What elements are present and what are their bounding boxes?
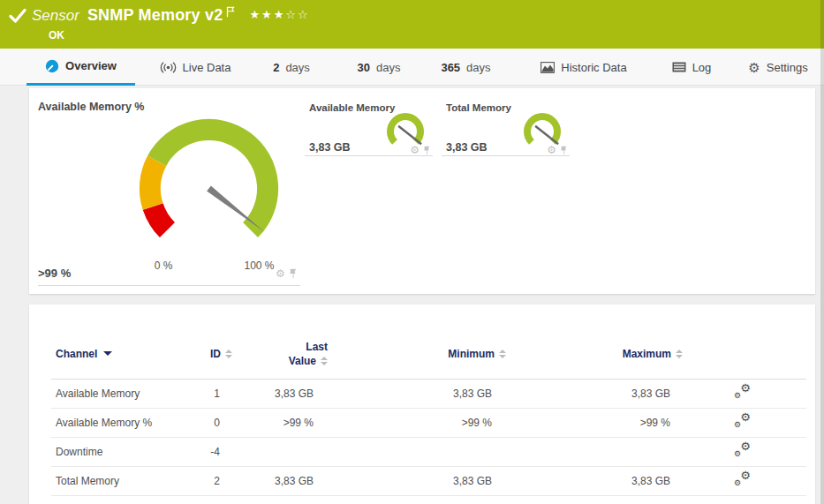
channel-table: Channel ID Last Value Minimum Maximum — [51, 329, 806, 496]
channel-minimum: 3,83 GB — [329, 466, 506, 495]
channel-maximum: 3,83 GB — [506, 379, 683, 408]
channel-settings-icon[interactable]: ⚙⚙ — [734, 385, 751, 399]
channel-maximum: 3,83 GB — [506, 466, 683, 495]
page-title: SNMP Memory v2 — [87, 6, 223, 25]
main-gauge-value: >99 % — [38, 267, 71, 280]
sort-toggle-icon — [225, 350, 232, 358]
channel-maximum — [506, 437, 683, 466]
vertical-scrollbar[interactable] — [820, 0, 824, 504]
tab-live-data[interactable]: Live Data — [148, 49, 242, 86]
column-header-maximum[interactable]: Maximum — [506, 329, 683, 379]
sort-desc-icon — [103, 351, 112, 356]
channel-settings-icon[interactable]: ⚙⚙ — [734, 443, 751, 457]
live-signal-icon — [160, 62, 177, 73]
log-list-icon — [672, 62, 686, 72]
pin-icon[interactable] — [289, 268, 298, 279]
column-header-last-value[interactable]: Last Value — [232, 329, 329, 379]
tab-365-days-number: 365 — [441, 61, 460, 74]
tab-overview[interactable]: Overview — [26, 49, 135, 86]
column-header-minimum[interactable]: Minimum — [329, 329, 506, 379]
tab-30-days[interactable]: 30 days — [344, 49, 413, 86]
channel-table-panel: Channel ID Last Value Minimum Maximum — [29, 305, 815, 504]
channel-settings-icon[interactable]: ⚙⚙ — [734, 414, 751, 428]
gauge-settings-gear-icon[interactable]: ⚙ — [276, 268, 285, 279]
column-header-id[interactable]: ID — [184, 329, 232, 379]
tab-overview-label: Overview — [65, 59, 117, 72]
sensor-status-header: Sensor SNMP Memory v2 ★★★☆☆ OK — [0, 0, 824, 49]
main-gauge-min-label: 0 % — [137, 260, 190, 272]
table-row-total-memory[interactable]: Total Memory 2 3,83 GB 3,83 GB 3,83 GB ⚙… — [51, 466, 806, 495]
star-rating[interactable]: ★★★☆☆ — [249, 8, 309, 21]
sort-toggle-icon — [499, 350, 506, 358]
tab-2-days[interactable]: 2 days — [261, 49, 322, 86]
total-memory-title: Total Memory — [446, 102, 511, 113]
table-row-available-memory-pct[interactable]: Available Memory % 0 >99 % >99 % >99 % ⚙… — [51, 408, 806, 437]
tab-30-days-number: 30 — [358, 61, 370, 74]
pin-icon[interactable] — [423, 146, 431, 155]
channel-id: 1 — [184, 379, 232, 408]
channel-minimum: >99 % — [329, 408, 506, 437]
sensor-tab-bar: Overview Live Data 2 days 30 days 365 da… — [0, 49, 824, 86]
channel-minimum — [329, 437, 506, 466]
channel-maximum: >99 % — [506, 408, 683, 437]
pin-icon[interactable] — [560, 146, 568, 155]
tab-365-days[interactable]: 365 days — [424, 49, 508, 86]
gauge-settings-gear-icon[interactable]: ⚙ — [410, 145, 420, 155]
tab-live-data-label: Live Data — [183, 61, 231, 74]
gauge-icon — [45, 59, 59, 73]
gauge-tile-total-memory[interactable]: Total Memory 3,83 GB ⚙ — [442, 97, 570, 156]
tab-365-days-unit: days — [466, 61, 490, 74]
available-memory-value: 3,83 GB — [309, 141, 351, 154]
overview-gauges-panel: Available Memory % 0 % 100 % >99 % ⚙ Ava… — [29, 88, 815, 294]
tab-2-days-number: 2 — [273, 61, 279, 74]
main-gauge — [127, 107, 291, 270]
tab-log[interactable]: Log — [662, 49, 721, 86]
tab-settings[interactable]: ⚙ Settings — [743, 49, 813, 86]
status-badge: OK — [49, 29, 64, 41]
tab-settings-label: Settings — [767, 61, 808, 74]
gauge-tile-available-memory[interactable]: Available Memory 3,83 GB ⚙ — [305, 97, 433, 156]
channel-id: 0 — [184, 408, 232, 437]
channel-id: 2 — [184, 466, 232, 495]
table-row-available-memory[interactable]: Available Memory 1 3,83 GB 3,83 GB 3,83 … — [51, 379, 806, 408]
object-kind-label: Sensor — [32, 7, 79, 25]
channel-settings-icon[interactable]: ⚙⚙ — [734, 472, 751, 486]
channel-last-value: 3,83 GB — [232, 379, 329, 408]
priority-flag-icon[interactable] — [226, 6, 235, 18]
sort-toggle-icon — [321, 357, 328, 365]
channel-id: -4 — [184, 437, 232, 466]
channel-name: Downtime — [51, 437, 184, 466]
tile-divider — [38, 285, 300, 286]
gauge-settings-gear-icon[interactable]: ⚙ — [547, 145, 556, 155]
gear-icon: ⚙ — [748, 61, 760, 74]
tab-log-label: Log — [692, 61, 712, 74]
column-header-channel[interactable]: Channel — [51, 329, 184, 379]
chart-icon — [541, 62, 555, 73]
total-memory-value: 3,83 GB — [446, 141, 488, 154]
tab-2-days-unit: days — [285, 61, 309, 74]
channel-last-value — [232, 437, 329, 466]
status-check-icon — [9, 8, 26, 24]
channel-name: Total Memory — [51, 466, 184, 495]
table-header-row: Channel ID Last Value Minimum Maximum — [51, 329, 806, 379]
tab-historic-data[interactable]: Historic Data — [530, 49, 638, 86]
sort-toggle-icon — [676, 350, 683, 358]
column-header-actions — [683, 329, 806, 379]
channel-last-value: >99 % — [232, 408, 329, 437]
channel-last-value: 3,83 GB — [232, 466, 329, 495]
tab-30-days-unit: days — [376, 61, 400, 74]
table-row-downtime[interactable]: Downtime -4 ⚙⚙ — [51, 437, 806, 466]
tab-historic-data-label: Historic Data — [561, 61, 626, 74]
channel-minimum: 3,83 GB — [329, 379, 506, 408]
channel-name: Available Memory % — [51, 408, 184, 437]
channel-name: Available Memory — [51, 379, 184, 408]
